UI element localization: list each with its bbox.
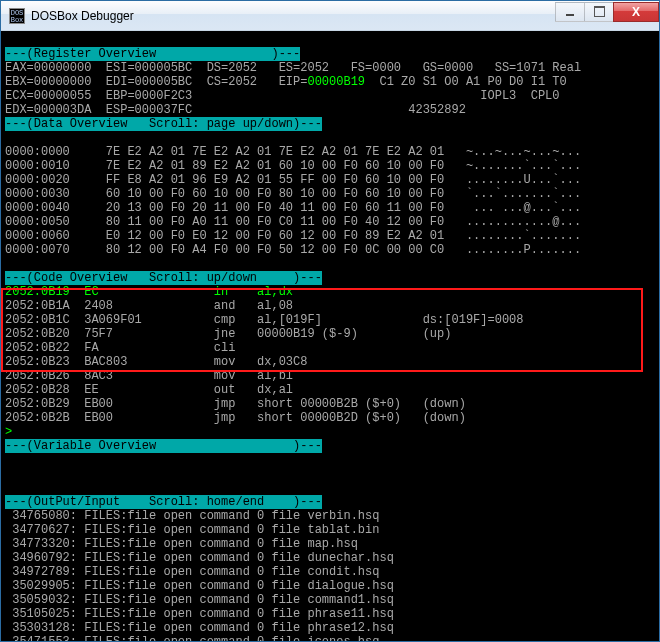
data-row: 0000:0060 E0 12 00 F0 E0 12 00 F0 60 12 … — [5, 229, 581, 243]
reg-line-2c: C1 Z0 S1 O0 A1 P0 D0 I1 T0 — [365, 75, 567, 89]
close-button[interactable]: X — [613, 2, 659, 22]
section-register: ---(Register Overview )--- — [5, 47, 300, 61]
reg-line-3: ECX=00000055 EBP=0000F2C3 IOPL3 CPL0 — [5, 89, 560, 103]
app-icon: DOSBox — [9, 8, 25, 24]
data-row: 0000:0010 7E E2 A2 01 89 E2 A2 01 60 10 … — [5, 159, 581, 173]
maximize-button[interactable] — [584, 2, 614, 22]
window-title: DOSBox Debugger — [31, 9, 556, 23]
data-row: 0000:0030 60 10 00 F0 60 10 00 F0 80 10 … — [5, 187, 581, 201]
debugger-window: DOSBox DOSBox Debugger X ---(Register Ov… — [0, 0, 660, 642]
minimize-button[interactable] — [555, 2, 585, 22]
section-variable: ---(Variable Overview )--- — [5, 439, 322, 453]
data-row: 0000:0070 80 12 00 F0 A4 F0 00 F0 50 12 … — [5, 243, 581, 257]
output-block: 34765080: FILES:file open command 0 file… — [5, 509, 394, 641]
reg-line-2a: EBX=00000000 EDI=000005BC CS=2052 EIP= — [5, 75, 307, 89]
data-row: 0000:0020 FF E8 A2 01 96 E9 A2 01 55 FF … — [5, 173, 581, 187]
section-code: ---(Code Overview Scroll: up/down )--- — [5, 271, 322, 285]
reg-line-1: EAX=00000000 ESI=000005BC DS=2052 ES=205… — [5, 61, 581, 75]
data-row: 0000:0050 80 11 00 F0 A0 11 00 F0 C0 11 … — [5, 215, 581, 229]
section-output: ---(OutPut/Input Scroll: home/end )--- — [5, 495, 322, 509]
reg-eip: 00000B19 — [307, 75, 365, 89]
titlebar[interactable]: DOSBox DOSBox Debugger X — [1, 1, 659, 31]
section-data: ---(Data Overview Scroll: page up/down)-… — [5, 117, 322, 131]
reg-line-4: EDX=000003DA ESP=000037FC 42352892 — [5, 103, 466, 117]
window-buttons: X — [556, 2, 659, 22]
code-block: 2052:0B19 EC in al,dx 2052:0B1A 2408 and… — [5, 285, 523, 439]
data-row: 0000:0040 20 13 00 F0 20 11 00 F0 40 11 … — [5, 201, 581, 215]
terminal[interactable]: ---(Register Overview )--- EAX=00000000 … — [1, 31, 659, 641]
data-row: 0000:0000 7E E2 A2 01 7E E2 A2 01 7E E2 … — [5, 145, 581, 159]
